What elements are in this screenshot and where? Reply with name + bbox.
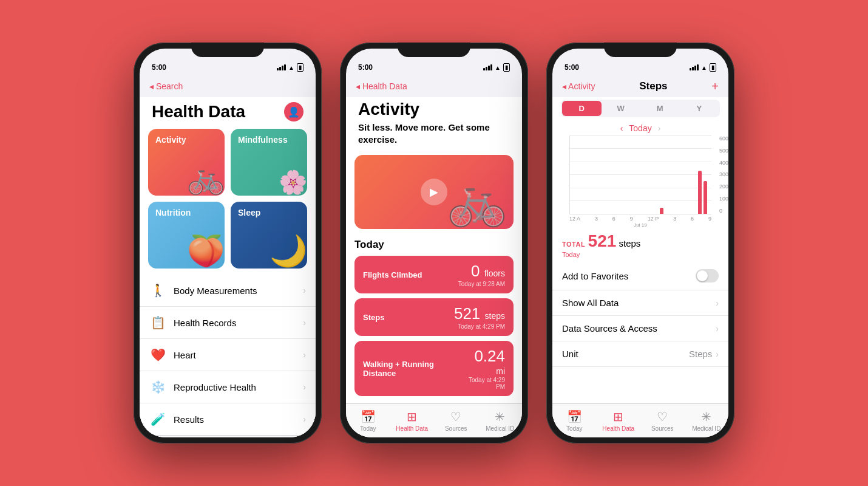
metric-steps-time: Today at 4:29 PM: [454, 323, 505, 330]
unit-chevron: ›: [716, 349, 719, 359]
card-activity-label: Activity: [155, 135, 186, 145]
heart-icon: ❤️: [149, 346, 166, 363]
notch-1: [191, 43, 264, 57]
data-sources-chevron: ›: [716, 324, 719, 334]
card-activity[interactable]: Activity 🚲: [148, 129, 225, 196]
tab-medical-2[interactable]: ✳ Medical ID: [478, 409, 523, 432]
period-w[interactable]: W: [602, 101, 641, 116]
next-arrow[interactable]: ›: [658, 123, 661, 133]
tab-medical-3[interactable]: ✳ Medical ID: [685, 409, 729, 432]
signal-2: [483, 64, 492, 70]
total-value: 521 steps: [588, 238, 641, 248]
tab-bar-2: 📅 Today ⊞ Health Data ♡ Sources ✳ Medica…: [346, 403, 522, 437]
metric-flights-time: Today at 9:28 AM: [458, 281, 505, 287]
health-data-icon-3: ⊞: [613, 409, 623, 424]
health-data-header: Health Data 👤: [140, 97, 316, 129]
heart-chevron: ›: [303, 350, 306, 360]
results-icon: 🧪: [149, 411, 166, 428]
tab-today-label-2: Today: [360, 425, 376, 432]
date-label: Today: [629, 123, 651, 133]
period-y[interactable]: Y: [680, 101, 719, 116]
health-data-icon-2: ⊞: [407, 409, 417, 424]
card-mindfulness-icon: 🌸: [279, 169, 307, 196]
today-icon-2: 📅: [361, 409, 376, 424]
time-3: 5:00: [565, 63, 579, 72]
body-icon: 🚶: [149, 282, 166, 299]
tab-health-data-label-3: Health Data: [602, 425, 634, 432]
menu-item-heart[interactable]: ❤️ Heart ›: [140, 339, 316, 371]
metric-distance-time: Today at 4:29 PM: [461, 377, 505, 390]
card-sleep-label: Sleep: [238, 208, 260, 217]
nav-bar-1: ◂ Search: [140, 75, 316, 97]
chart-x-labels: 12 A 3 6 9 12 P 3 6 9: [561, 214, 720, 222]
tab-bar-1: 📅 Today ⊞ Health Data ♡ Sources ✳ Medica…: [140, 436, 316, 437]
period-d[interactable]: D: [562, 101, 602, 116]
metric-distance-unit: mi: [496, 366, 505, 376]
card-sleep[interactable]: Sleep 🌙: [231, 202, 307, 269]
wifi-1: ▲: [288, 64, 294, 71]
tab-sources-2[interactable]: ♡ Sources: [434, 409, 478, 432]
period-m[interactable]: M: [640, 101, 680, 116]
tab-health-data-3[interactable]: ⊞ Health Data: [597, 409, 641, 432]
metric-distance-value: 0.24: [474, 347, 505, 365]
reproductive-chevron: ›: [303, 382, 306, 392]
back-btn-2[interactable]: ◂ Health Data: [356, 81, 407, 91]
status-icons-2: ▲ ▮: [483, 63, 510, 72]
health-records-icon: 📋: [149, 314, 166, 331]
tab-sources-3[interactable]: ♡ Sources: [640, 409, 685, 432]
tab-today-3[interactable]: 📅 Today: [552, 409, 597, 432]
activity-title: Activity: [358, 100, 510, 119]
settings-show-all[interactable]: Show All Data ›: [552, 290, 728, 316]
metric-steps-right: 521 steps Today at 4:29 PM: [454, 304, 505, 330]
settings-data-sources[interactable]: Data Sources & Access ›: [552, 316, 728, 341]
tab-sources-label-3: Sources: [651, 425, 674, 432]
card-nutrition-label: Nutrition: [155, 208, 191, 217]
play-button[interactable]: ▶: [421, 179, 447, 205]
menu-health-records-text: Health Records: [174, 318, 296, 328]
activity-video[interactable]: 🚲 ▶: [354, 155, 514, 229]
total-label: TOTAL: [562, 241, 585, 248]
today-label: Today: [354, 239, 514, 251]
metric-flights-name: Flights Climbed: [363, 270, 422, 279]
video-bike-icon: 🚲: [447, 172, 507, 229]
add-btn[interactable]: +: [711, 80, 719, 94]
card-nutrition-icon: 🍑: [187, 233, 225, 269]
data-sources-label: Data Sources & Access: [562, 323, 716, 334]
categories-grid: Activity 🚲 Mindfulness 🌸 Nutrition 🍑 Sle…: [140, 129, 316, 275]
tab-today-2[interactable]: 📅 Today: [346, 409, 390, 432]
signal-1: [277, 64, 286, 70]
medical-icon-3: ✳: [701, 409, 711, 424]
metric-distance[interactable]: Walking + Running Distance 0.24 mi Today…: [354, 341, 514, 396]
prev-arrow[interactable]: ‹: [620, 123, 623, 133]
card-mindfulness-label: Mindfulness: [238, 135, 288, 145]
back-btn-3[interactable]: ◂ Activity: [562, 81, 595, 91]
tab-health-data-2[interactable]: ⊞ Health Data: [390, 409, 435, 432]
chart-y-labels: 600 500 400 300 200 100 0: [719, 135, 728, 214]
card-nutrition[interactable]: Nutrition 🍑: [148, 202, 225, 269]
metric-steps[interactable]: Steps 521 steps Today at 4:29 PM: [354, 298, 514, 336]
menu-item-reproductive[interactable]: ❄️ Reproductive Health ›: [140, 371, 316, 403]
activity-header: Activity Sit less. Move more. Get some e…: [346, 97, 522, 150]
show-all-label: Show All Data: [562, 298, 716, 308]
metric-flights[interactable]: Flights Climbed 0 floors Today at 9:28 A…: [354, 256, 514, 293]
back-btn-1[interactable]: ◂ Search: [149, 81, 183, 91]
menu-item-results[interactable]: 🧪 Results ›: [140, 403, 316, 436]
total-row: TOTAL 521 steps: [562, 231, 719, 251]
card-mindfulness[interactable]: Mindfulness 🌸: [231, 129, 307, 196]
profile-button[interactable]: 👤: [284, 102, 303, 122]
settings-favorites[interactable]: Add to Favorites: [552, 262, 728, 290]
today-icon-3: 📅: [567, 409, 582, 424]
favorites-toggle[interactable]: [696, 269, 719, 282]
settings-unit[interactable]: Unit Steps ›: [552, 341, 728, 367]
results-chevron: ›: [303, 414, 306, 424]
activity-subtitle: Sit less. Move more. Get some exercise.: [358, 122, 510, 145]
menu-item-body[interactable]: 🚶 Body Measurements ›: [140, 275, 316, 307]
phone-3: 5:00 ▲ ▮ ◂ Activity Steps + D W M: [546, 43, 734, 443]
unit-value: Steps: [689, 349, 712, 359]
menu-reproductive-text: Reproductive Health: [174, 382, 296, 392]
status-icons-1: ▲ ▮: [277, 63, 303, 72]
steps-screen: D W M Y ‹ Today ›: [552, 97, 728, 437]
menu-item-health-records[interactable]: 📋 Health Records ›: [140, 307, 316, 339]
metric-steps-value: 521: [454, 304, 485, 323]
wifi-3: ▲: [701, 64, 707, 71]
